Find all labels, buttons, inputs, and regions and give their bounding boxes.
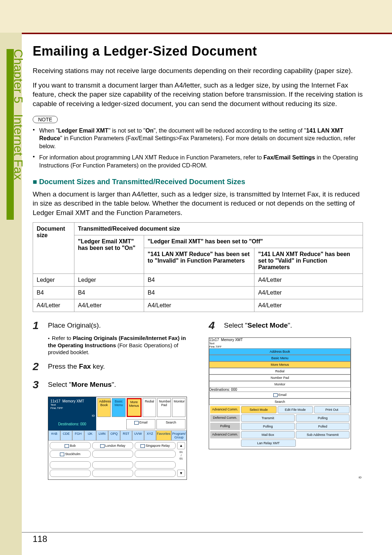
top-rule (0, 33, 392, 34)
chapter-label: Chapter 5 (12, 49, 25, 103)
polled-button[interactable]: Polled (296, 423, 350, 430)
monitor-button[interactable]: Monitor (209, 381, 351, 388)
note-item-1: When "Ledger Email XMT" is not set to "O… (33, 127, 363, 150)
tab-fgh[interactable]: FGH (72, 430, 84, 441)
scroll-down-button[interactable]: ▼ (177, 470, 185, 477)
step-3-text: Select "More Menus". (48, 378, 116, 391)
step-num-4: 4 (209, 319, 219, 332)
number-pad-button[interactable]: Number Pad (157, 398, 171, 417)
dest-stockholm[interactable]: Stockholm (50, 450, 91, 458)
email-button[interactable]: Email (126, 419, 155, 429)
dest-bob[interactable]: Bob (50, 442, 91, 449)
chapter-section: Internet Fax (12, 114, 25, 180)
note-item-2: For information about programming LAN XM… (33, 154, 363, 169)
polling-button[interactable]: Polling (296, 414, 350, 422)
tab-opq[interactable]: OPQ (108, 430, 120, 441)
print-out-button[interactable]: Print Out (314, 406, 350, 413)
panel2-status: 11x17 Memory XMT TextFine.TIFF ID (209, 338, 351, 348)
dest-singapore[interactable]: Singapore Relay (135, 442, 176, 449)
mode-hdr-poll: Polling (210, 423, 240, 430)
th-led-on: "Ledger Email XMT" has been set to "On" (74, 235, 144, 274)
panel1-destlist: Bob London Relay Singapore Relay ▲ Stock… (48, 441, 187, 479)
mail-icon (273, 393, 278, 397)
panel1-tabs: #AB CDE FGH IJK LMN OPQ RST UVW XYZ Favo… (48, 430, 187, 441)
mail-icon (140, 444, 145, 448)
subheading-para: When a document is larger than A4/letter… (33, 190, 363, 218)
polling-button-2[interactable]: Polling (241, 423, 295, 430)
scroll-up-button[interactable]: ▲ (177, 442, 185, 449)
chapter-text: Chapter 5 Internet Fax (7, 49, 25, 220)
select-mode-button[interactable]: Select Mode (241, 406, 277, 413)
intro-para-1: Receiving stations may not receive large… (33, 66, 363, 76)
step-1-text: Place Original(s). (48, 319, 101, 332)
tab-ijk[interactable]: IJK (84, 430, 96, 441)
mail-icon (65, 444, 69, 448)
edit-file-mode-button[interactable]: Edit File Mode (278, 406, 313, 413)
tab-cde[interactable]: CDE (60, 430, 72, 441)
more-menus-button[interactable]: More Menus (209, 361, 351, 368)
transmit-button[interactable]: Transmit (241, 414, 295, 422)
size-table: Document size Transmitted/Received docum… (33, 222, 363, 312)
note-badge: NOTE (33, 116, 58, 123)
th-invalid: "141 LAN XMT Reduce" has been set to "In… (144, 248, 254, 274)
number-pad-button[interactable]: Number Pad (209, 374, 351, 381)
page-title: Emailing a Ledger-Sized Document (33, 44, 363, 59)
step-num-1: 1 (33, 319, 43, 332)
redial-button[interactable]: Redial (209, 368, 351, 374)
tab-xyz[interactable]: XYZ (144, 430, 156, 441)
search-button[interactable]: Search (209, 398, 351, 405)
chapter-tab: Chapter 5 Internet Fax (7, 49, 25, 220)
step-4-text: Select "Select Mode". (224, 319, 292, 332)
fax-panel-1: 11x17 Memory XMT TextFine.TIFF ID Addres… (48, 397, 187, 480)
dest-empty[interactable] (135, 450, 176, 458)
step-num-2: 2 (33, 360, 43, 373)
mode-hdr-def: Deferred Comm. (210, 414, 240, 422)
tab-rst[interactable]: RST (120, 430, 132, 441)
fax-panel-2: 11x17 Memory XMT TextFine.TIFF ID Addres… (209, 337, 351, 449)
footer-rule (22, 532, 363, 532)
table-row: A4/LetterA4/LetterA4/LetterA4/Letter (33, 299, 363, 312)
tab-uvw[interactable]: UVW (132, 430, 144, 441)
page-number: 118 (33, 534, 47, 544)
panel2-destinations: Destinations: 000 (209, 388, 351, 392)
intro-para-2: If you want to transmit a document large… (33, 81, 363, 109)
basic-menu-button[interactable]: Basic Menu (209, 355, 351, 361)
th-doc-size: Document size (33, 223, 74, 274)
top-cream-band (0, 0, 392, 33)
email-button[interactable]: Email (209, 392, 351, 398)
tab-program-group[interactable]: Program/ Group (171, 430, 187, 441)
subheading: Document Sizes and Transmitted/Received … (33, 178, 363, 186)
tab-favorites[interactable]: Favorites (156, 430, 171, 441)
more-menus-button[interactable]: More Menus (127, 398, 142, 417)
panel1-destinations: Destinations: 000 (48, 418, 96, 430)
address-book-button[interactable]: Address Book (209, 348, 351, 355)
tab-ab[interactable]: #AB (48, 430, 60, 441)
address-book-button[interactable]: Address Book (97, 398, 111, 417)
th-led-off: "Ledger Email XMT" has been set to "Off" (144, 235, 363, 248)
fax-icon (60, 453, 64, 456)
redial-button[interactable]: Redial (143, 398, 156, 417)
lan-relay-button[interactable]: Lan Relay XMT (241, 439, 296, 447)
monitor-button[interactable]: Monitor (172, 398, 185, 417)
basic-menu-button[interactable]: Basic Menu (112, 398, 125, 417)
mail-icon (100, 444, 105, 448)
page-indicator: 01 / 01 (177, 450, 185, 460)
panel1-status: 11x17 Memory XMT TextFine.TIFF ID (48, 397, 96, 418)
dest-london[interactable]: London Relay (92, 442, 133, 449)
mail-box-button[interactable]: Mail Box (241, 431, 295, 438)
table-row: B4B4B4A4/Letter (33, 287, 363, 299)
mode-hdr-adv: Advanced Comm. (210, 406, 240, 413)
th-trx: Transmitted/Received document size (74, 223, 363, 235)
step-1-note: Refer to Placing Originals (Facsimile/In… (33, 335, 187, 356)
tab-lmn[interactable]: LMN (96, 430, 108, 441)
sub-addr-button[interactable]: Sub Address Transmit (296, 431, 350, 438)
mail-icon (134, 421, 139, 425)
step-num-3: 3 (33, 378, 43, 391)
search-button[interactable]: Search (156, 419, 185, 429)
dest-empty[interactable] (92, 450, 133, 458)
th-valid: "141 LAN XMT Reduce" has been set to "Va… (254, 248, 363, 274)
step-2-text: Press the Fax key. (48, 360, 105, 373)
mode-hdr-adv2: Advanced Comm. (210, 431, 240, 438)
table-row: LedgerLedgerB4A4/Letter (33, 274, 363, 287)
